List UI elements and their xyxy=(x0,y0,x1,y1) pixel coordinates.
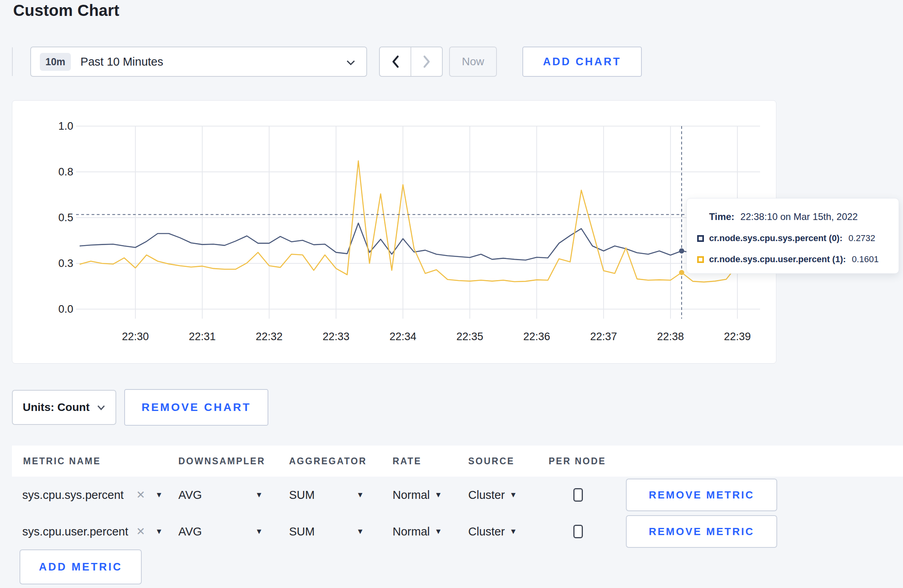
x-tick-label: 22:39 xyxy=(724,331,751,343)
aggregator-value: SUM xyxy=(289,525,315,538)
y-tick-label: 0.5 xyxy=(58,212,73,224)
source-select[interactable]: Cluster▼ xyxy=(468,489,540,502)
source-value: Cluster xyxy=(468,525,505,538)
tooltip-series-user-label: cr.node.sys.cpu.user.percent (1): xyxy=(709,254,846,265)
per-node-checkbox[interactable] xyxy=(573,488,583,502)
remove-metric-button[interactable]: REMOVE METRIC xyxy=(626,515,777,548)
tooltip-series-user-value: 0.1601 xyxy=(852,254,879,265)
downsampler-value: AVG xyxy=(178,525,202,538)
remove-metric-button[interactable]: REMOVE METRIC xyxy=(626,479,777,511)
caret-down-icon: ▼ xyxy=(510,527,517,536)
chart-canvas[interactable]: 0.00.30.50.81.022:3022:3122:3222:3322:34… xyxy=(12,101,777,364)
x-tick-label: 22:34 xyxy=(389,331,416,343)
caret-down-icon: ▼ xyxy=(356,491,364,499)
caret-down-icon: ▼ xyxy=(255,491,263,499)
rate-select[interactable]: Normal▼ xyxy=(393,525,465,538)
series-swatch-user xyxy=(697,256,704,263)
prev-range-button[interactable] xyxy=(380,47,411,76)
rate-value: Normal xyxy=(393,489,430,502)
series-line-sys xyxy=(80,223,760,260)
time-range-badge: 10m xyxy=(40,53,71,71)
caret-down-icon: ▼ xyxy=(155,527,163,536)
x-tick-label: 22:31 xyxy=(189,331,216,343)
y-tick-label: 1.0 xyxy=(58,120,73,132)
aggregator-value: SUM xyxy=(289,489,315,502)
metric-name-value: sys.cpu.user.percent xyxy=(22,525,128,538)
tooltip-series-sys-label: cr.node.sys.cpu.sys.percent (0): xyxy=(709,233,842,243)
add-metric-button[interactable]: ADD METRIC xyxy=(20,549,142,584)
chevron-down-icon xyxy=(346,58,356,68)
add-chart-button[interactable]: ADD CHART xyxy=(522,47,642,77)
series-line-user xyxy=(80,161,760,282)
x-tick-label: 22:37 xyxy=(590,331,617,343)
y-tick-label: 0.8 xyxy=(58,166,73,178)
toolbar-divider xyxy=(12,47,13,76)
chevron-left-icon xyxy=(391,55,400,68)
units-label: Units: Count xyxy=(23,401,90,414)
x-tick-label: 22:35 xyxy=(456,331,483,343)
x-tick-label: 22:38 xyxy=(657,331,684,343)
rate-select[interactable]: Normal▼ xyxy=(393,489,465,502)
metric-row: sys.cpu.sys.percent ✕ ▼ AVG▼ SUM▼ Normal… xyxy=(12,477,903,513)
crosshair-dot-user xyxy=(679,270,684,275)
caret-down-icon: ▼ xyxy=(255,527,263,536)
caret-down-icon: ▼ xyxy=(356,527,364,536)
y-tick-label: 0.3 xyxy=(58,257,73,269)
caret-down-icon: ▼ xyxy=(510,491,517,499)
x-tick-label: 22:30 xyxy=(122,331,149,343)
downsampler-value: AVG xyxy=(178,489,202,502)
tooltip-series-sys-value: 0.2732 xyxy=(848,233,875,243)
units-dropdown[interactable]: Units: Count xyxy=(12,390,116,425)
crosshair-dot-sys xyxy=(679,248,684,253)
source-select[interactable]: Cluster▼ xyxy=(468,525,540,538)
series-swatch-sys xyxy=(697,235,704,242)
time-range-dropdown[interactable]: 10m Past 10 Minutes xyxy=(30,47,367,77)
col-header-per-node: PER NODE xyxy=(540,456,612,467)
x-tick-label: 22:33 xyxy=(322,331,350,343)
chevron-down-icon xyxy=(97,404,106,411)
downsampler-select[interactable]: AVG▼ xyxy=(178,525,263,538)
caret-down-icon: ▼ xyxy=(434,527,442,536)
col-header-downsampler: DOWNSAMPLER xyxy=(175,456,286,467)
next-range-button[interactable] xyxy=(411,47,442,76)
chart-panel: 0.00.30.50.81.022:3022:3122:3222:3322:34… xyxy=(12,100,776,364)
chevron-right-icon xyxy=(422,55,431,68)
chart-tooltip: Time: 22:38:10 on Mar 15th, 2022 cr.node… xyxy=(686,198,899,274)
x-tick-label: 22:32 xyxy=(256,331,283,343)
aggregator-select[interactable]: SUM▼ xyxy=(289,489,364,502)
col-header-aggregator: AGGREGATOR xyxy=(286,456,389,467)
toolbar: 10m Past 10 Minutes Now ADD CHART xyxy=(0,47,903,77)
source-value: Cluster xyxy=(468,489,505,502)
clear-metric-icon[interactable]: ✕ xyxy=(136,489,145,501)
col-header-source: SOURCE xyxy=(465,456,540,467)
metric-name-value: sys.cpu.sys.percent xyxy=(22,489,124,502)
col-header-metric-name: METRIC NAME xyxy=(12,456,175,467)
caret-down-icon: ▼ xyxy=(155,491,163,499)
metrics-table: METRIC NAME DOWNSAMPLER AGGREGATOR RATE … xyxy=(12,446,903,550)
metric-name-select[interactable]: sys.cpu.sys.percent ✕ ▼ xyxy=(12,489,175,502)
time-nav-group xyxy=(379,47,443,77)
per-node-checkbox[interactable] xyxy=(573,525,583,538)
y-tick-label: 0.0 xyxy=(58,303,73,315)
time-range-label: Past 10 Minutes xyxy=(80,55,163,68)
now-button[interactable]: Now xyxy=(449,47,497,77)
aggregator-select[interactable]: SUM▼ xyxy=(289,525,364,538)
downsampler-select[interactable]: AVG▼ xyxy=(178,489,263,502)
tooltip-time-label: Time: xyxy=(709,211,735,222)
tooltip-time-value: 22:38:10 on Mar 15th, 2022 xyxy=(741,211,858,222)
metric-name-select[interactable]: sys.cpu.user.percent ✕ ▼ xyxy=(12,525,175,538)
rate-value: Normal xyxy=(393,525,430,538)
caret-down-icon: ▼ xyxy=(434,491,442,499)
col-header-rate: RATE xyxy=(389,456,465,467)
clear-metric-icon[interactable]: ✕ xyxy=(136,525,145,538)
x-tick-label: 22:36 xyxy=(523,331,550,343)
page-title: Custom Chart xyxy=(13,2,119,19)
metric-row: sys.cpu.user.percent ✕ ▼ AVG▼ SUM▼ Norma… xyxy=(12,513,903,550)
metrics-table-header: METRIC NAME DOWNSAMPLER AGGREGATOR RATE … xyxy=(12,446,903,477)
remove-chart-button[interactable]: REMOVE CHART xyxy=(124,389,268,426)
